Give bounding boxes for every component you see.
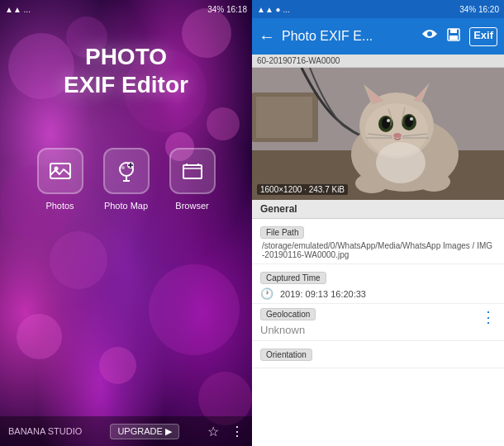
photo-map-item[interactable]: Photo Map — [103, 148, 150, 211]
bokeh-10 — [99, 347, 136, 384]
bokeh-7 — [50, 231, 107, 289]
right-status-bar: ▲▲ ● ... 34% 16:20 — [252, 0, 504, 18]
general-header: General — [252, 200, 504, 219]
right-status-left: ▲▲ ● ... — [257, 5, 290, 14]
svg-rect-7 — [450, 29, 457, 33]
left-status-bar: ▲▲ ... 34% 16:18 — [0, 0, 252, 18]
svg-rect-13 — [256, 97, 312, 138]
geo-content: Geolocation Unknown — [260, 308, 316, 336]
geolocation-label: Geolocation — [260, 308, 316, 320]
upgrade-button[interactable]: UPGRADE ▶ — [110, 424, 178, 439]
star-icon[interactable]: ☆ — [207, 424, 219, 439]
cat-image: 1600×1200 · 243.7 KiB — [252, 68, 504, 200]
bottom-bar-left: BANANA STUDIO UPGRADE ▶ ☆ ⋮ — [0, 416, 252, 446]
file-path-label: File Path — [260, 226, 304, 239]
image-info-overlay: 1600×1200 · 243.7 KiB — [257, 184, 348, 195]
left-status-left: ▲▲ ... — [5, 5, 31, 14]
clock-icon: 🕐 — [260, 287, 273, 300]
geolocation-row: Geolocation Unknown ⋮ — [252, 304, 504, 341]
upgrade-label: UPGRADE — [117, 426, 162, 436]
right-panel: ▲▲ ● ... 34% 16:20 ← Photo EXIF E... Exi… — [252, 0, 504, 446]
orientation-value — [260, 363, 496, 364]
browser-label: Browser — [175, 201, 208, 211]
svg-point-26 — [410, 117, 413, 121]
right-toolbar: ← Photo EXIF E... Exif — [252, 18, 504, 55]
image-dimensions: 1600×1200 · 243.7 KiB — [260, 185, 345, 194]
title-line2: EXIF Editor — [64, 71, 188, 99]
photos-item[interactable]: Photos — [37, 148, 83, 211]
photos-icon-circle — [37, 148, 83, 194]
svg-point-27 — [393, 133, 402, 138]
browser-icon-circle — [169, 148, 216, 194]
cat-photo — [252, 68, 504, 200]
photo-filename-bar: 60-20190716-WA0000 — [252, 55, 504, 68]
title-line1: PHOTO — [64, 43, 188, 71]
photo-map-icon — [114, 159, 139, 183]
geolocation-menu-icon[interactable]: ⋮ — [481, 308, 496, 326]
left-panel: ▲▲ ... 34% 16:18 PHOTO EXIF Editor Photo… — [0, 0, 252, 446]
browser-item[interactable]: Browser — [169, 148, 216, 211]
svg-point-3 — [121, 166, 125, 169]
captured-time-value-row: 🕐 2019: 09:13 16:20:33 — [260, 286, 496, 300]
save-icon[interactable] — [446, 27, 461, 46]
svg-rect-8 — [449, 36, 458, 40]
upgrade-arrow: ▶ — [165, 426, 172, 437]
toolbar-title: Photo EXIF E... — [282, 29, 415, 44]
captured-time-value: 2019: 09:13 16:20:33 — [280, 289, 496, 299]
app-title: PHOTO EXIF Editor — [64, 43, 188, 98]
svg-point-25 — [387, 119, 390, 122]
right-status-right: 34% 16:20 — [459, 5, 499, 14]
left-content: PHOTO EXIF Editor Photos — [0, 18, 252, 211]
floppy-icon — [446, 27, 461, 42]
orientation-row: Orientation — [252, 341, 504, 368]
file-path-row: File Path /storage/emulated/0/WhatsApp/M… — [252, 219, 504, 264]
photo-map-label: Photo Map — [104, 201, 148, 211]
visibility-icon — [421, 27, 438, 40]
captured-time-row: Captured Time 🕐 2019: 09:13 16:20:33 — [252, 264, 504, 304]
file-path-value: /storage/emulated/0/WhatsApp/Media/Whats… — [260, 240, 496, 260]
brand-label: BANANA STUDIO — [8, 426, 82, 436]
icons-row: Photos Photo Map — [37, 148, 216, 211]
bottom-icons: ☆ ⋮ — [207, 424, 244, 439]
captured-time-label: Captured Time — [260, 272, 326, 284]
svg-rect-5 — [183, 165, 202, 178]
exif-button[interactable]: Exif — [469, 27, 497, 46]
svg-rect-0 — [50, 164, 70, 178]
general-section: General File Path /storage/emulated/0/Wh… — [252, 200, 504, 446]
menu-icon[interactable]: ⋮ — [231, 424, 244, 439]
photos-icon — [48, 159, 73, 183]
photo-filename: 60-20190716-WA0000 — [257, 56, 340, 65]
left-status-right: 34% 16:18 — [207, 5, 247, 14]
photos-label: Photos — [45, 201, 74, 211]
bokeh-9 — [17, 314, 62, 359]
svg-point-33 — [417, 172, 450, 192]
eye-icon[interactable] — [421, 27, 438, 46]
toolbar-action-icons: Exif — [421, 27, 497, 46]
bokeh-8 — [149, 264, 240, 355]
photo-map-icon-circle — [103, 148, 150, 194]
browser-icon — [180, 159, 205, 183]
svg-point-34 — [376, 142, 426, 183]
geolocation-value: Unknown — [260, 324, 316, 336]
back-button[interactable]: ← — [259, 27, 275, 46]
orientation-label: Orientation — [260, 349, 312, 361]
